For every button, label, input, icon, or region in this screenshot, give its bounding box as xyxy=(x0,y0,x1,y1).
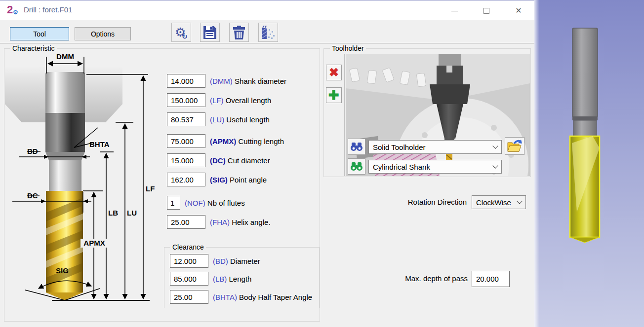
apmx-input[interactable] xyxy=(167,134,205,148)
open-toolholder-library-button[interactable] xyxy=(505,137,524,155)
field-row-apmx: (APMX) Cutting length xyxy=(167,134,284,148)
field-row-lf: (LF) Overall length xyxy=(167,93,271,107)
drill-3d-preview xyxy=(534,0,644,327)
title-bar: 2⚙ Drill : foret.F01 ✕ xyxy=(0,0,534,20)
simulation-button[interactable] xyxy=(258,23,278,42)
lb-input[interactable] xyxy=(170,272,208,286)
svg-text:DMM: DMM xyxy=(56,52,74,61)
field-row-sig: (SIG) Point angle xyxy=(167,173,267,186)
field-row-lu: (LU) Useful length xyxy=(167,112,270,126)
settings-button[interactable]: ⚙ ↻ xyxy=(171,23,191,42)
green-plus-icon: ✚ xyxy=(328,89,339,102)
app-logo-icon: 2⚙ xyxy=(7,4,20,16)
window-title: Drill : foret.F01 xyxy=(24,5,72,14)
drill-dialog-window: 2⚙ Drill : foret.F01 ✕ Tool Options ⚙ ↻ xyxy=(0,0,534,327)
drill-diagram: DMM LF LU LB APMX BHTA BD DC xyxy=(5,50,163,320)
nof-input[interactable] xyxy=(167,196,180,210)
tool-chips-icon xyxy=(260,25,276,40)
max-depth-label: Max. depth of pass xyxy=(368,274,468,283)
field-row-bd: (BD) Diameter xyxy=(170,254,260,268)
toolholder-separator xyxy=(344,54,345,176)
panel-highlight xyxy=(534,0,539,327)
svg-text:SIG: SIG xyxy=(56,266,69,275)
maximize-button[interactable] xyxy=(476,4,497,17)
toolbar-separator xyxy=(0,43,534,43)
search-shank-button[interactable] xyxy=(348,158,365,175)
window-minimize-icon xyxy=(451,11,458,11)
svg-text:↻: ↻ xyxy=(182,33,188,40)
svg-text:LU: LU xyxy=(127,209,137,217)
chevron-down-icon xyxy=(492,163,498,168)
gear-refresh-icon: ⚙ ↻ xyxy=(173,25,189,40)
svg-text:LB: LB xyxy=(108,209,118,217)
toolholder-title: Toolholder xyxy=(330,44,366,52)
chevron-down-icon xyxy=(492,143,498,148)
rotation-direction-label: Rotation Direction xyxy=(368,198,467,206)
lu-input[interactable] xyxy=(167,112,205,126)
delete-button[interactable] xyxy=(229,23,249,42)
tab-tool[interactable]: Tool xyxy=(10,27,69,40)
close-button[interactable]: ✕ xyxy=(508,4,529,17)
field-row-fha: (FHA) Helix angle. xyxy=(167,215,271,229)
svg-text:LF: LF xyxy=(146,184,155,193)
rotation-direction-select[interactable]: ClockWise xyxy=(472,195,526,209)
search-toolholder-button[interactable] xyxy=(348,139,365,155)
lf-input[interactable] xyxy=(167,93,205,107)
toolholder-type-select[interactable]: Solid Toolholder xyxy=(368,140,502,154)
field-row-dmm: (DMM) Shank diameter xyxy=(167,74,286,88)
clearance-title: Clearance xyxy=(170,243,206,251)
drill-3d-preview-panel xyxy=(534,0,644,327)
trash-icon xyxy=(232,26,246,39)
open-folder-icon xyxy=(507,140,522,152)
svg-text:BHTA: BHTA xyxy=(89,140,110,148)
blue-binoculars-icon xyxy=(350,143,363,151)
dmm-input[interactable] xyxy=(167,74,205,88)
field-row-lb: (LB) Length xyxy=(170,272,251,286)
red-cross-icon: ✖ xyxy=(329,67,339,78)
remove-toolholder-button[interactable]: ✖ xyxy=(326,65,342,80)
dc-input[interactable] xyxy=(167,153,205,167)
add-toolholder-button[interactable]: ✚ xyxy=(326,87,342,103)
fha-input[interactable] xyxy=(167,215,205,229)
sig-input[interactable] xyxy=(167,173,205,186)
bd-input[interactable] xyxy=(170,254,208,268)
toolholder-preview-image xyxy=(346,54,530,176)
chevron-down-icon xyxy=(517,198,522,204)
save-icon xyxy=(203,26,217,39)
shank-type-select[interactable]: Cylindrical Shank xyxy=(368,160,502,174)
window-maximize-icon xyxy=(483,8,489,14)
bhta-input[interactable] xyxy=(170,290,208,304)
tab-options[interactable]: Options xyxy=(75,27,131,40)
max-depth-input[interactable] xyxy=(472,271,510,287)
green-binoculars-icon xyxy=(350,162,363,171)
window-close-icon: ✕ xyxy=(515,7,522,15)
field-row-nof: (NOF) Nb of flutes xyxy=(167,196,245,210)
minimize-button[interactable] xyxy=(443,4,465,17)
svg-text:APMX: APMX xyxy=(83,239,105,247)
save-button[interactable] xyxy=(200,23,220,42)
field-row-dc: (DC) Cut diameter xyxy=(167,153,270,167)
field-row-bhta: (BHTA) Body Half Taper Angle xyxy=(170,290,312,304)
